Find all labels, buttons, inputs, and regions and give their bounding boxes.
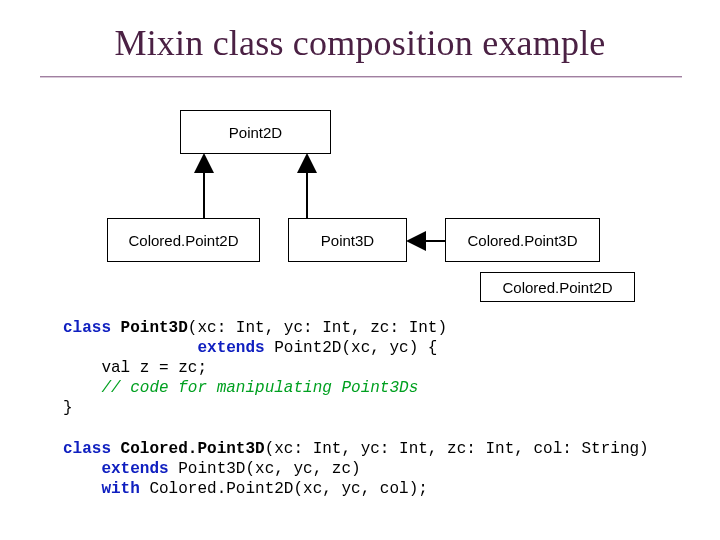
close-brace: }: [63, 399, 73, 417]
class-sig-2: (xc: Int, yc: Int, zc: Int, col: String): [265, 440, 649, 458]
kw-class-2: class: [63, 440, 121, 458]
with-rest: Colored.Point2D(xc, yc, col);: [140, 480, 428, 498]
box-colored-point2d-mixin: Colored.Point2D: [480, 272, 635, 302]
class-name-2: Colored.Point3D: [121, 440, 265, 458]
code-point3d: class Point3D(xc: Int, yc: Int, zc: Int)…: [63, 318, 447, 418]
kw-with: with: [101, 480, 139, 498]
box-point3d: Point3D: [288, 218, 407, 262]
indent: [63, 339, 197, 357]
kw-extends: extends: [197, 339, 264, 357]
kw-class: class: [63, 319, 121, 337]
extends-rest: Point2D(xc, yc) {: [265, 339, 438, 357]
title-underline: [40, 76, 682, 78]
kw-extends-2: extends: [101, 460, 168, 478]
class-sig: (xc: Int, yc: Int, zc: Int): [188, 319, 447, 337]
line-valz: val z = zc;: [63, 359, 207, 377]
slide-title: Mixin class composition example: [0, 22, 720, 64]
box-point2d: Point2D: [180, 110, 331, 154]
class-name: Point3D: [121, 319, 188, 337]
box-colored-point2d: Colored.Point2D: [107, 218, 260, 262]
indent-3: [63, 480, 101, 498]
indent-2: [63, 460, 101, 478]
extends-rest-2: Point3D(xc, yc, zc): [169, 460, 361, 478]
code-coloredpoint3d: class Colored.Point3D(xc: Int, yc: Int, …: [63, 439, 649, 499]
box-colored-point3d: Colored.Point3D: [445, 218, 600, 262]
comment: // code for manipulating Point3Ds: [63, 379, 418, 397]
